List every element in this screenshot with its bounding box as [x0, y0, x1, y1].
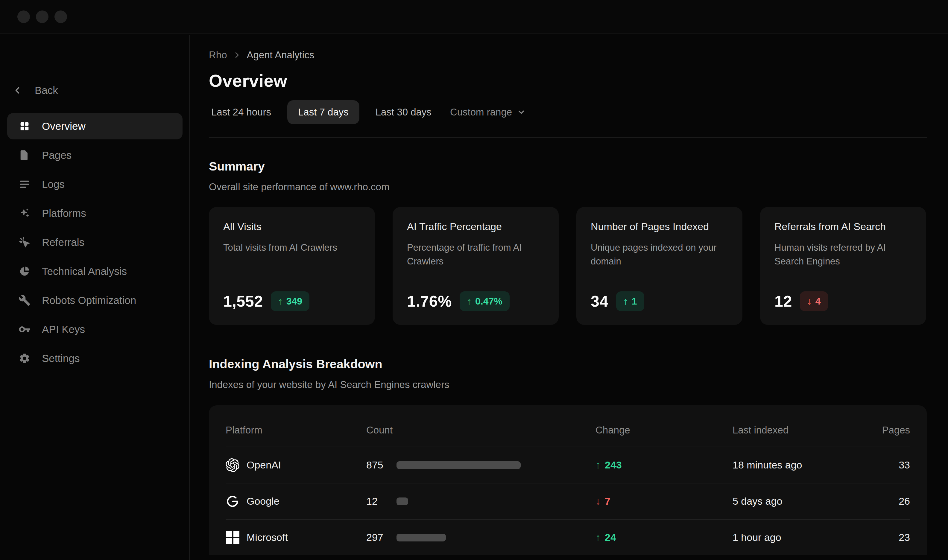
- platform-name: Microsoft: [246, 532, 288, 543]
- sidebar-item-logs[interactable]: Logs: [7, 169, 183, 198]
- tab-last-24-hours[interactable]: Last 24 hours: [209, 100, 274, 124]
- change-badge: ↑ 349: [271, 291, 309, 311]
- count-value: 297: [366, 532, 397, 543]
- stat-card-pages-indexed: Number of Pages Indexed Unique pages ind…: [576, 207, 742, 325]
- card-value: 1.76%: [407, 292, 452, 310]
- logs-icon: [18, 178, 31, 190]
- chevron-down-icon: [517, 108, 526, 117]
- card-value: 34: [591, 292, 608, 310]
- arrow-up-icon: ↑: [623, 296, 628, 307]
- section-divider: [209, 137, 927, 138]
- key-icon: [18, 323, 31, 335]
- main-content: Rho Agent Analytics Overview Last 24 hou…: [209, 34, 927, 560]
- change-value: 1: [632, 296, 637, 307]
- table-row-google[interactable]: Google 12 ↓ 7 5 days ago 26: [226, 483, 910, 519]
- stat-card-all-visits: All Visits Total visits from AI Crawlers…: [209, 207, 375, 325]
- summary-section: Summary Overall site performance of www.…: [209, 160, 927, 325]
- change-value: 349: [286, 296, 302, 307]
- microsoft-logo-icon: [226, 531, 239, 545]
- window-controls: [17, 11, 67, 23]
- arrow-down-icon: ↓: [807, 296, 812, 307]
- count-value: 875: [366, 459, 397, 471]
- column-header-pages: Pages: [874, 416, 910, 436]
- count-value: 12: [366, 495, 397, 507]
- arrow-up-icon: ↑: [467, 296, 472, 307]
- gear-icon: [18, 352, 31, 365]
- pages-cell: 33: [874, 459, 910, 471]
- arrow-down-icon: ↓: [596, 495, 600, 507]
- breakdown-table: Platform Count Change Last indexed Pages…: [209, 405, 927, 555]
- chevron-right-icon: [232, 51, 242, 60]
- sidebar-item-api-keys[interactable]: API Keys: [7, 315, 183, 344]
- card-title: AI Traffic Percentage: [407, 221, 544, 232]
- sparkles-icon: [18, 207, 31, 219]
- change-badge: ↑ 1: [616, 291, 644, 311]
- chevron-left-icon: [12, 85, 23, 96]
- sidebar-item-label: Platforms: [42, 207, 86, 219]
- column-header-count: Count: [366, 416, 596, 436]
- pages-cell: 23: [874, 532, 910, 543]
- tab-last-7-days[interactable]: Last 7 days: [287, 100, 359, 124]
- sidebar-item-overview[interactable]: Overview: [7, 112, 183, 141]
- sidebar-item-pages[interactable]: Pages: [7, 141, 183, 169]
- wrench-icon: [18, 294, 31, 306]
- sidebar-item-label: Pages: [42, 149, 72, 161]
- card-title: All Visits: [223, 221, 360, 232]
- column-header-change: Change: [596, 416, 733, 436]
- card-value: 12: [774, 292, 792, 310]
- summary-heading: Summary: [209, 160, 927, 174]
- tab-last-30-days[interactable]: Last 30 days: [373, 100, 434, 124]
- google-logo-icon: [226, 494, 239, 508]
- sidebar-item-label: Overview: [42, 120, 86, 132]
- sidebar-item-label: Settings: [42, 352, 80, 365]
- tab-custom-range[interactable]: Custom range: [448, 100, 528, 124]
- card-description: Unique pages indexed on your domain: [591, 241, 722, 268]
- card-description: Human visits referred by AI Search Engin…: [774, 241, 906, 268]
- sidebar-item-robots-optimization[interactable]: Robots Optimization: [7, 286, 183, 315]
- platform-name: OpenAI: [246, 459, 281, 471]
- pie-chart-icon: [18, 265, 31, 277]
- arrow-up-icon: ↑: [278, 296, 283, 307]
- summary-subtitle: Overall site performance of www.rho.com: [209, 181, 927, 193]
- sidebar-item-referrals[interactable]: Referrals: [7, 228, 183, 257]
- breakdown-heading: Indexing Analysis Breakdown: [209, 357, 927, 371]
- sidebar-nav: Overview Pages Logs: [7, 112, 183, 373]
- openai-logo-icon: [226, 458, 239, 472]
- custom-range-label: Custom range: [450, 106, 512, 118]
- sidebar-item-label: Logs: [42, 178, 65, 190]
- sidebar-item-platforms[interactable]: Platforms: [7, 198, 183, 228]
- window-control-dot[interactable]: [36, 11, 48, 23]
- column-header-last-indexed: Last indexed: [733, 416, 874, 436]
- stat-card-referrals-ai-search: Referrals from AI Search Human visits re…: [760, 207, 926, 325]
- sidebar-item-technical-analysis[interactable]: Technical Analysis: [7, 257, 183, 286]
- change-value: 24: [605, 532, 616, 543]
- change-value: 7: [605, 495, 611, 507]
- count-bar: [397, 497, 408, 505]
- window-control-dot[interactable]: [17, 11, 30, 23]
- arrow-up-icon: ↑: [596, 459, 600, 471]
- card-title: Referrals from AI Search: [774, 221, 912, 232]
- back-button[interactable]: Back: [12, 80, 58, 100]
- summary-cards: All Visits Total visits from AI Crawlers…: [209, 207, 927, 325]
- change-value: 4: [816, 296, 821, 307]
- change-value: 243: [605, 459, 622, 471]
- platform-name: Google: [246, 495, 280, 507]
- count-bar: [397, 461, 521, 469]
- window-titlebar: [0, 0, 948, 34]
- page-title: Overview: [209, 71, 927, 91]
- file-icon: [18, 149, 31, 161]
- card-title: Number of Pages Indexed: [591, 221, 728, 232]
- breadcrumb: Rho Agent Analytics: [209, 48, 927, 62]
- table-row-openai[interactable]: OpenAI 875 ↑ 243 18 minutes ago 33: [226, 447, 910, 483]
- breadcrumb-root[interactable]: Rho: [209, 49, 227, 61]
- change-cell: ↓ 7: [596, 495, 733, 507]
- arrow-up-icon: ↑: [596, 532, 600, 543]
- last-indexed-cell: 5 days ago: [733, 495, 874, 507]
- time-range-tabs: Last 24 hours Last 7 days Last 30 days C…: [209, 100, 927, 124]
- sidebar-item-settings[interactable]: Settings: [7, 344, 183, 373]
- change-badge: ↓ 4: [800, 291, 828, 311]
- window-control-dot[interactable]: [54, 11, 67, 23]
- grid-icon: [18, 120, 31, 132]
- breadcrumb-current: Agent Analytics: [247, 49, 314, 61]
- table-row-microsoft[interactable]: Microsoft 297 ↑ 24 1 hour ago 23: [226, 519, 910, 555]
